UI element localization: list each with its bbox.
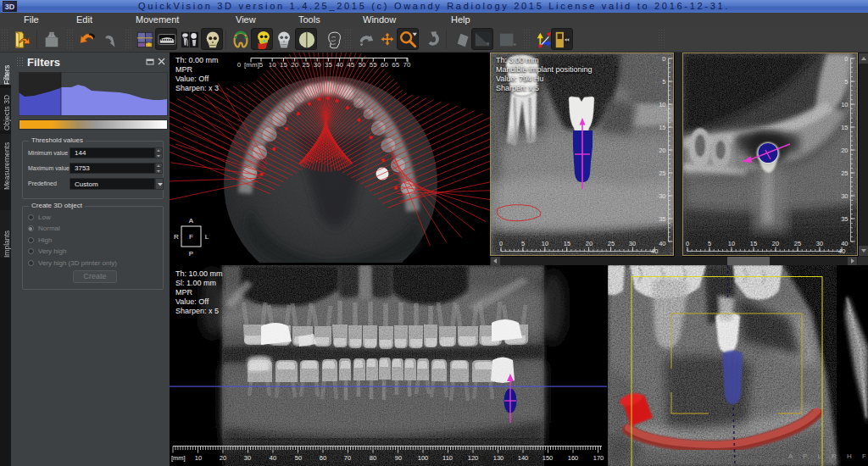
svg-text:120: 120 [468,454,479,462]
svg-text:5: 5 [662,78,665,86]
svg-text:0: 0 [499,240,503,247]
svg-text:30: 30 [659,192,665,200]
svg-text:A P L R H F: A P L R H F [788,452,868,460]
svg-text:60: 60 [381,61,388,69]
svg-text:20: 20 [659,147,665,154]
svg-text:50: 50 [295,454,302,462]
svg-text:30: 30 [841,192,848,200]
svg-text:55: 55 [370,61,377,69]
svg-text:10: 10 [195,454,202,462]
svg-text:15: 15 [564,240,570,247]
svg-text:20: 20 [291,61,298,69]
svg-text:45: 45 [347,61,354,69]
svg-text:25: 25 [794,240,801,247]
svg-text:10: 10 [659,101,665,108]
svg-text:35: 35 [325,61,332,69]
svg-text:0: 0 [844,55,848,63]
svg-text:5: 5 [844,78,848,86]
svg-text:30: 30 [629,240,636,247]
svg-text:A: A [189,217,194,225]
svg-text:110: 110 [442,454,453,462]
svg-text:65: 65 [392,61,399,69]
svg-text:40: 40 [838,247,845,255]
svg-text:70: 70 [403,61,411,69]
svg-text:40: 40 [270,454,276,462]
svg-text:140: 140 [518,454,529,462]
svg-text:0: 0 [662,55,665,63]
svg-text:25: 25 [659,169,665,177]
svg-text:150: 150 [542,454,554,462]
svg-text:20: 20 [841,147,848,154]
svg-text:10: 10 [269,61,276,69]
svg-text:100: 100 [418,454,429,462]
svg-text:40: 40 [841,240,848,247]
svg-text:10: 10 [542,240,548,247]
svg-text:F: F [189,233,193,241]
svg-text:70: 70 [344,454,351,462]
svg-text:80: 80 [370,454,376,462]
svg-text:20: 20 [586,240,593,247]
svg-text:170: 170 [593,454,604,462]
svg-text:90: 90 [395,454,402,462]
svg-text:15: 15 [750,240,757,247]
svg-text:35: 35 [659,215,665,223]
svg-text:25: 25 [841,169,848,177]
svg-text:25: 25 [608,240,615,247]
svg-text:25: 25 [302,61,309,69]
svg-text:[mm]: [mm] [171,454,186,462]
svg-text:5: 5 [521,240,525,247]
svg-text:5: 5 [259,61,264,69]
svg-text:15: 15 [280,61,287,69]
svg-text:0: 0 [237,61,242,69]
svg-text:40: 40 [336,61,343,69]
svg-text:160: 160 [568,454,579,462]
svg-text:5: 5 [708,240,711,247]
svg-text:30: 30 [816,240,823,247]
svg-text:R: R [174,233,179,241]
svg-text:40: 40 [659,240,665,247]
svg-text:0: 0 [686,240,689,247]
svg-text:15: 15 [841,124,848,131]
svg-text:[mm]: [mm] [244,61,259,69]
svg-text:P: P [189,250,193,258]
svg-text:35: 35 [841,215,848,223]
svg-text:130: 130 [493,454,504,462]
svg-text:10: 10 [841,101,848,108]
svg-text:20: 20 [220,454,226,462]
svg-text:30: 30 [314,61,321,69]
svg-text:40: 40 [651,247,658,255]
svg-text:60: 60 [320,454,326,462]
svg-text:50: 50 [359,61,366,69]
svg-text:15: 15 [659,124,665,131]
svg-text:10: 10 [728,240,735,247]
svg-text:20: 20 [772,240,779,247]
svg-text:L: L [205,233,209,241]
svg-text:30: 30 [244,454,251,462]
